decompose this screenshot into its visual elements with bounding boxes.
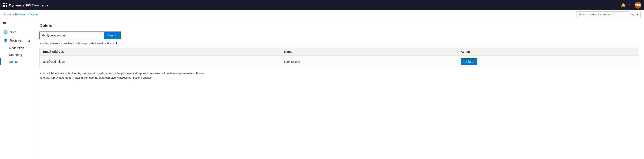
user-avatar[interactable]: MRG [634, 2, 642, 8]
product-search-button[interactable]: 🔍 [629, 11, 635, 18]
result-count-text: Number of users associated with the prov… [40, 42, 639, 45]
sidebar-item-delete[interactable]: Delete [0, 58, 34, 65]
sidebar-item-moderation[interactable]: Moderation [0, 44, 34, 52]
sidebar-item-reporting[interactable]: Reporting [0, 52, 34, 58]
email-search-input[interactable] [40, 34, 100, 37]
col-header-email: Email Address [40, 48, 281, 56]
top-navigation: Dynamics 365 Commerce 🔔 ? MRG [0, 0, 644, 10]
col-header-action: Action [457, 48, 639, 56]
cell-email: abc@outlook.com [40, 56, 281, 68]
cell-name: Namita Jain [281, 56, 457, 68]
page-title: Delete [40, 23, 639, 28]
sidebar-collapse-button[interactable]: ☰ [0, 20, 34, 28]
email-clear-button[interactable]: × [100, 34, 104, 37]
notification-icon[interactable]: 🔔 [621, 3, 626, 8]
sidebar-item-reviews[interactable]: 👤 Reviews ▲ [0, 36, 34, 44]
sidebar-item-sites[interactable]: 🌐 Sites [0, 28, 34, 36]
product-search-input[interactable] [576, 13, 629, 16]
sidebar-reviews-label: Reviews [10, 39, 21, 42]
reviews-icon: 👤 [4, 38, 8, 42]
product-search-bar: 🔍 ▾ [576, 11, 640, 18]
breadcrumb-current: Delete [30, 13, 38, 16]
breadcrumb-home[interactable]: Home [4, 13, 11, 16]
reviews-collapse-icon: ▲ [28, 39, 31, 42]
table-body: abc@outlook.com Namita Jain Delete [40, 56, 639, 68]
sidebar: ☰ 🌐 Sites 👤 Reviews ▲ Moderation Reporti… [0, 19, 34, 159]
search-dropdown-button[interactable]: ▾ [635, 11, 640, 18]
breadcrumb-reviews[interactable]: Reviews [15, 13, 26, 16]
collapse-icon: ☰ [2, 22, 6, 26]
delete-user-button[interactable]: Delete [461, 58, 477, 65]
col-header-name: Name [281, 48, 457, 56]
email-search-container: × Search [40, 32, 121, 39]
cell-action: Delete [457, 56, 639, 68]
sidebar-sites-label: Sites [10, 30, 16, 34]
email-search-button[interactable]: Search [104, 32, 120, 39]
waffle-icon[interactable] [2, 3, 7, 7]
main-layout: ☰ 🌐 Sites 👤 Reviews ▲ Moderation Reporti… [0, 19, 644, 159]
breadcrumb: Home > Reviews > Delete [4, 13, 38, 16]
sites-icon: 🌐 [4, 30, 8, 34]
table-row: abc@outlook.com Namita Jain Delete [40, 56, 639, 68]
table-header: Email Address Name Action [40, 48, 639, 56]
top-nav-icons: 🔔 ? MRG [621, 2, 642, 8]
breadcrumb-sep-2: > [27, 13, 28, 16]
app-title: Dynamics 365 Commerce [9, 4, 618, 7]
breadcrumb-bar: Home > Reviews > Delete 🔍 ▾ [0, 10, 644, 19]
note-text: Note: all the reviews submitted by the u… [40, 71, 207, 80]
results-table: Email Address Name Action abc@outlook.co… [40, 48, 639, 68]
content-area: Delete × Search Number of users associat… [34, 19, 644, 159]
help-icon[interactable]: ? [629, 3, 631, 8]
breadcrumb-sep-1: > [12, 13, 14, 16]
